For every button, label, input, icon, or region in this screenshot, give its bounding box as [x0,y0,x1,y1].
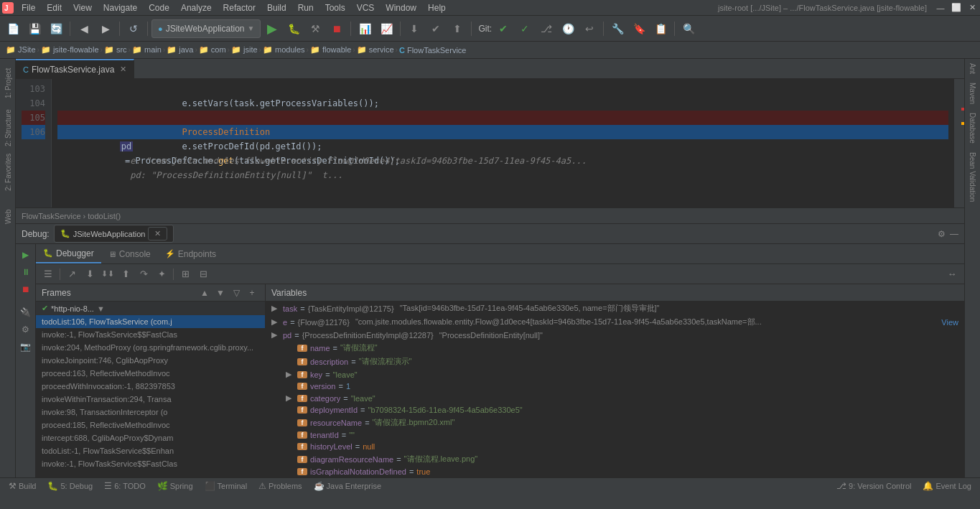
menu-help[interactable]: Help [422,0,452,16]
frame-thread-item[interactable]: ✔ *http-nio-8... ▼ [36,302,265,315]
tab-debugger[interactable]: 🐛 Debugger [36,244,101,263]
status-event-log[interactable]: 🔔 Event Log [920,478,974,494]
dbg-force-step-into-btn[interactable]: ⬇⬇ [100,266,116,282]
menu-build[interactable]: Build [261,0,292,16]
var-arrow-e[interactable]: ▶ [271,317,280,327]
right-tab-bean[interactable]: Bean Validation [966,148,979,206]
dbg-run-to-cursor-btn[interactable]: ↷ [136,266,151,282]
breadcrumb-service[interactable]: 📁 service [357,45,394,55]
frame-item-4[interactable]: proceed:163, ReflectiveMethodInvoc [36,367,265,380]
right-tab-ant[interactable]: Ant [966,59,979,78]
var-arrow-pd-cat[interactable]: ▶ [286,393,294,403]
status-todo[interactable]: ☰ 6: TODO [101,478,149,494]
sidebar-favorites-tab[interactable]: 2: Favorites [1,151,14,194]
right-tab-database[interactable]: Database [966,108,979,148]
var-task[interactable]: ▶ task = {TaskEntityImpl@12175} "Task[id… [266,302,964,315]
dbg-grid-btn[interactable]: ⊞ [177,266,193,282]
dbg-step-out-btn[interactable]: ⬆ [118,266,134,282]
status-java-enterprise[interactable]: ☕ Java Enterprise [311,478,384,494]
var-pd-key[interactable]: ▶ f key = "leave" [266,368,964,380]
git-branch-btn[interactable]: ⎇ [536,19,556,39]
frame-item-11[interactable]: invoke:-1, FlowTaskService$$FastClas [36,457,265,470]
var-pd-tenantid[interactable]: f tenantId = "" [266,429,964,441]
var-pd-resourcename[interactable]: f resourceName = "请假流程.bpmn20.xml" [266,416,964,429]
menu-file[interactable]: File [16,0,41,16]
run-config-selector[interactable]: ● JSiteWebApplication ▼ [151,19,261,38]
breadcrumb-main[interactable]: 📁 main [132,45,162,55]
status-debug[interactable]: 🐛 5: Debug [45,478,95,494]
breadcrumb-jsite-flowable[interactable]: 📁 jsite-flowable [41,45,99,55]
menu-code[interactable]: Code [143,0,175,16]
undo-btn[interactable]: ↺ [123,19,144,39]
tab-close-btn[interactable]: ✕ [120,65,126,74]
vcs-update-btn[interactable]: ⬇ [404,19,424,39]
var-pd-name[interactable]: f name = "请假流程" [266,341,964,355]
git-clock-btn[interactable]: 🕐 [558,19,578,39]
breadcrumb-java[interactable]: 📁 java [167,45,193,55]
var-pd-historylevel[interactable]: f historyLevel = null [266,441,964,452]
bookmark-btn[interactable]: 🔖 [629,19,649,39]
breadcrumb-com[interactable]: 📁 com [199,45,226,55]
dbg-align-btn[interactable]: ⊟ [195,266,211,282]
var-pd-description[interactable]: f description = "请假流程演示" [266,355,964,368]
coverage-btn[interactable]: 📊 [355,19,375,39]
frame-item-6[interactable]: invokeWithinTransaction:294, Transa [36,393,265,406]
status-terminal[interactable]: ⬛ Terminal [202,478,251,494]
breadcrumb-src[interactable]: 📁 src [104,45,127,55]
menu-view[interactable]: View [67,0,98,16]
menu-navigate[interactable]: Navigate [98,0,143,16]
frame-item-8[interactable]: proceed:185, ReflectiveMethodInvoc [36,419,265,431]
window-minimize[interactable]: — [933,0,948,16]
frames-add-btn[interactable]: + [245,286,259,300]
var-arrow-pd-key[interactable]: ▶ [286,370,294,379]
sidebar-web-tab[interactable]: Web [1,195,14,238]
save-btn[interactable]: 💾 [24,19,45,39]
frame-item-7[interactable]: invoke:98, TransactionInterceptor (o [36,406,265,419]
frame-item-2[interactable]: invoke:204, MethodProxy (org.springframe… [36,341,265,354]
menu-analyze[interactable]: Analyze [175,0,218,16]
breadcrumb-jsite2[interactable]: 📁 jsite [231,45,258,55]
dbg-step-over-btn[interactable]: ↗ [64,266,80,282]
stop-btn[interactable]: ⏹ [327,19,347,39]
menu-edit[interactable]: Edit [41,0,67,16]
var-arrow-pd[interactable]: ▶ [271,330,280,340]
debug-settings-btn[interactable]: ⚙ [938,229,946,239]
var-pd-version[interactable]: f version = 1 [266,380,964,392]
debug-session-close[interactable]: ✕ [148,227,167,241]
debug-settings2-btn[interactable]: ⚙ [18,322,34,337]
refresh-btn[interactable]: 🔄 [46,19,66,39]
git-checkmark-btn[interactable]: ✔ [493,19,513,39]
menu-window[interactable]: Window [380,0,422,16]
var-arrow-task[interactable]: ▶ [271,304,280,313]
status-build[interactable]: ⚒ Build [6,478,39,494]
var-pd-graphical[interactable]: f isGraphicalNotationDefined = true [266,466,964,477]
tab-console[interactable]: 🖥 Console [101,244,158,263]
git-tick-btn[interactable]: ✓ [515,19,535,39]
debug-camera-btn[interactable]: 📷 [18,339,34,355]
var-e[interactable]: ▶ e = {Flow@12176} "com.jsite.modules.fl… [266,315,964,329]
breadcrumb-class[interactable]: C FlowTaskService [399,46,467,55]
sidebar-project-tab[interactable]: 1: Project [1,62,14,105]
todo-btn[interactable]: 📋 [650,19,671,39]
frames-up-btn[interactable]: ▲ [197,286,212,300]
menu-tools[interactable]: Tools [319,0,351,16]
code-content[interactable]: e.setVars(task.getProcessVariables()); P… [52,79,954,207]
build-btn[interactable]: ⚒ [305,19,325,39]
frame-item-10[interactable]: todoList:-1, FlowTaskService$$Enhan [36,444,265,457]
dbg-restore-layout-btn[interactable]: ↔ [944,266,960,282]
var-pd[interactable]: ▶ pd = {ProcessDefinitionEntityImpl@1228… [266,329,964,341]
var-pd-diagram[interactable]: f diagramResourceName = "请假流程.leave.png" [266,452,964,466]
breadcrumb-flowable[interactable]: 📁 flowable [310,45,351,55]
tab-endpoints[interactable]: ⚡ Endpoints [158,244,223,263]
editor-tab-flowservice[interactable]: C FlowTaskService.java ✕ [16,59,134,78]
debug-resume-btn[interactable]: ▶ [18,247,34,263]
breadcrumb-jsite[interactable]: 📁 JSite [6,45,36,55]
window-maximize[interactable]: ⬜ [948,0,964,16]
profile-btn[interactable]: 📈 [376,19,396,39]
var-pd-deploymentid[interactable]: f deploymentId = "b7098324-15d6-11ea-9f4… [266,404,964,416]
status-problems[interactable]: ⚠ Problems [256,478,304,494]
vcs-push-btn[interactable]: ⬆ [447,19,467,39]
breadcrumb-modules[interactable]: 📁 modules [263,45,305,55]
wrench-btn[interactable]: 🔧 [607,19,627,39]
menu-vcs[interactable]: VCS [351,0,381,16]
